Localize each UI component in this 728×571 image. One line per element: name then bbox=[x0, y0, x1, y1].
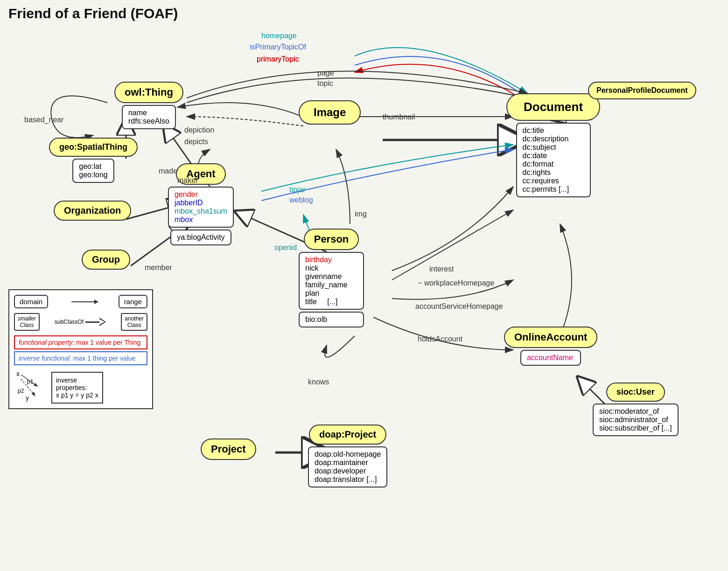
document-node: Document dc:title dc:description dc:subj… bbox=[506, 93, 600, 197]
document-props: dc:title dc:description dc:subject dc:da… bbox=[516, 123, 591, 197]
label-member: member bbox=[145, 264, 172, 272]
label-img: img bbox=[355, 210, 367, 218]
label-page: page bbox=[317, 69, 334, 77]
legend-domain: domain bbox=[14, 295, 48, 308]
personal-profile-label: PersonalProfileDocument bbox=[588, 82, 696, 99]
project-node: Project bbox=[201, 439, 256, 460]
label-thumbnail: thumbnail bbox=[383, 113, 415, 121]
person-props: birthday nick givenname family_name plan… bbox=[299, 252, 364, 310]
page-title: Friend of a Friend (FOAF) bbox=[8, 6, 178, 21]
agent-props2: ya:blogActivity bbox=[170, 230, 231, 245]
doap-project-node: doap:Project doap:old-homepage doap:main… bbox=[308, 425, 387, 487]
personal-profile-node: PersonalProfileDocument bbox=[588, 82, 696, 99]
label-knows: knows bbox=[308, 378, 329, 386]
legend-another-class: anotherClass bbox=[121, 313, 147, 331]
label-tipjar: tipjar bbox=[289, 186, 306, 194]
label-holds-account: holdsAccount bbox=[418, 335, 462, 343]
organization-label: Organization bbox=[54, 201, 131, 221]
person-label: Person bbox=[304, 229, 359, 250]
project-label: Project bbox=[201, 439, 256, 460]
geo-spatial-node: geo:SpatialThing geo:lat geo:long bbox=[49, 138, 138, 183]
geo-spatial-label: geo:SpatialThing bbox=[49, 138, 138, 157]
legend-inverse-props: inverseproperties:x p1 y = y p2 x bbox=[51, 372, 103, 404]
legend-functional-prop: functional property: max 1 value per Thi… bbox=[14, 335, 147, 349]
label-primary-topic-2: primaryTopic bbox=[257, 55, 299, 63]
person-node: Person birthday nick givenname family_na… bbox=[299, 229, 364, 327]
online-account-props: accountName bbox=[520, 350, 581, 366]
sioc-user-props: sioc:moderator_of sioc:administrator_of … bbox=[593, 404, 679, 436]
legend-box: domain range smallerClass subClassOf bbox=[8, 289, 153, 409]
organization-node: Organization bbox=[54, 201, 131, 221]
online-account-node: OnlineAccount accountName bbox=[504, 327, 597, 366]
label-is-primary-topic-of: isPrimaryTopicOf bbox=[250, 43, 306, 51]
label-maker: maker bbox=[177, 176, 198, 185]
label-openid: openid bbox=[274, 244, 297, 252]
doap-project-label: doap:Project bbox=[309, 425, 386, 445]
label-account-service-homepage: accountServiceHomepage bbox=[415, 302, 503, 311]
legend-range: range bbox=[119, 295, 147, 308]
label-interest: interest bbox=[429, 265, 454, 273]
sioc-user-node: sioc:User sioc:moderator_of sioc:adminis… bbox=[593, 383, 679, 436]
label-workplace-homepage: − workplaceHomepage bbox=[418, 279, 494, 287]
owl-thing-label: owl:Thing bbox=[114, 82, 183, 103]
label-homepage: homepage bbox=[261, 32, 297, 40]
geo-spatial-props: geo:lat geo:long bbox=[72, 159, 114, 183]
owl-thing-node: owl:Thing name rdfs:seeAlso bbox=[114, 82, 183, 129]
label-depiction: depiction bbox=[184, 126, 214, 134]
document-label: Document bbox=[506, 93, 600, 121]
legend-smaller-class: smallerClass bbox=[14, 313, 40, 331]
label-based-near: based_near bbox=[24, 116, 64, 124]
sioc-user-label: sioc:User bbox=[606, 383, 665, 402]
group-label: Group bbox=[82, 250, 130, 270]
person-props2: bio:olb bbox=[299, 312, 364, 327]
online-account-label: OnlineAccount bbox=[504, 327, 597, 348]
image-node: Image bbox=[299, 100, 361, 125]
agent-props: gender jabberID mbox_sha1sum mbox bbox=[168, 187, 234, 228]
label-weblog: weblog bbox=[289, 196, 313, 204]
label-topic: topic bbox=[317, 79, 333, 88]
agent-node: Agent gender jabberID mbox_sha1sum mbox … bbox=[168, 163, 234, 245]
doap-project-props: doap:old-homepage doap:maintainer doap:d… bbox=[308, 446, 387, 487]
foaf-diagram: Friend of a Friend (FOAF) bbox=[0, 0, 728, 571]
image-label: Image bbox=[299, 100, 361, 125]
legend-inverse-func: inverse functional: max 1 thing per valu… bbox=[14, 351, 147, 365]
owl-thing-props: name rdfs:seeAlso bbox=[122, 105, 176, 129]
group-node: Group bbox=[82, 250, 130, 270]
label-depicts: depicts bbox=[184, 138, 208, 146]
label-made: made bbox=[159, 167, 177, 175]
